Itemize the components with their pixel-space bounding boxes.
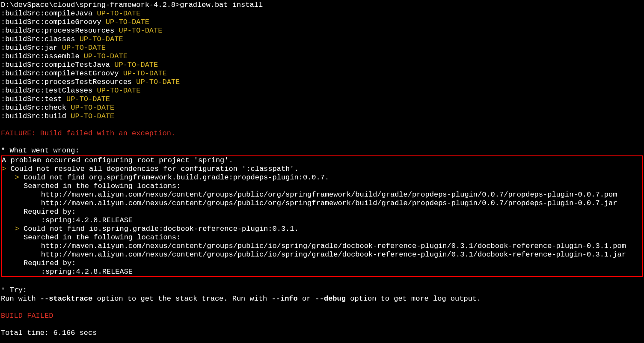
task-name: :buildSrc:jar — [1, 44, 62, 52]
task-line: :buildSrc:jar UP-TO-DATE — [1, 44, 643, 52]
task-status: UP-TO-DATE — [123, 69, 167, 78]
blank-line — [1, 121, 643, 129]
blank-line — [1, 320, 643, 329]
blank-line — [1, 138, 643, 146]
task-line: :buildSrc:assemble UP-TO-DATE — [1, 52, 643, 61]
task-status: UP-TO-DATE — [114, 61, 158, 69]
task-status: UP-TO-DATE — [71, 112, 114, 120]
task-name: :buildSrc:processTestResources — [1, 78, 136, 86]
blank-line — [1, 277, 643, 286]
task-line: :buildSrc:test UP-TO-DATE — [1, 95, 643, 104]
arrow-prefix: > — [2, 165, 10, 173]
what-went-wrong-header: * What went wrong: — [1, 146, 643, 155]
task-name: :buildSrc:compileTestJava — [1, 61, 114, 69]
try-option: --debug — [315, 295, 346, 303]
task-name: :buildSrc:build — [1, 112, 71, 120]
try-line: Run with --stacktrace option to get the … — [1, 295, 643, 303]
task-name: :buildSrc:compileJava — [1, 9, 97, 18]
task-line: :buildSrc:classes UP-TO-DATE — [1, 35, 643, 44]
task-name: :buildSrc:check — [1, 104, 71, 112]
error-line: Required by: — [2, 208, 642, 216]
try-text: option to get more log output. — [346, 295, 481, 303]
error-line: A problem occurred configuring root proj… — [2, 156, 642, 165]
try-header: * Try: — [1, 286, 643, 295]
error-line: :spring:4.2.8.RELEASE — [2, 216, 642, 225]
task-line: :buildSrc:compileGroovy UP-TO-DATE — [1, 18, 643, 27]
task-name: :buildSrc:classes — [1, 35, 80, 43]
task-line: :buildSrc:check UP-TO-DATE — [1, 104, 643, 112]
task-status: UP-TO-DATE — [136, 78, 180, 86]
blank-line — [1, 303, 643, 312]
task-line: :buildSrc:compileTestJava UP-TO-DATE — [1, 61, 643, 69]
task-status: UP-TO-DATE — [84, 52, 128, 60]
task-name: :buildSrc:processResources — [1, 27, 119, 35]
error-box: A problem occurred configuring root proj… — [1, 155, 643, 277]
arrow-prefix: > — [2, 173, 24, 182]
error-line: > Could not resolve all dependencies for… — [2, 165, 642, 173]
error-line: Searched in the following locations: — [2, 233, 642, 242]
total-time: Total time: 6.166 secs — [1, 329, 643, 337]
task-status: UP-TO-DATE — [97, 86, 140, 95]
try-text: Run with — [1, 295, 40, 303]
task-name: :buildSrc:assemble — [1, 52, 84, 60]
arrow-prefix: > — [2, 225, 24, 233]
error-line: > Could not find io.spring.gradle:docboo… — [2, 225, 642, 233]
task-status: UP-TO-DATE — [62, 44, 106, 52]
task-line: :buildSrc:compileTestGroovy UP-TO-DATE — [1, 69, 643, 78]
error-line: Searched in the following locations: — [2, 182, 642, 191]
error-line: http://maven.aliyun.com/nexus/content/gr… — [2, 191, 642, 199]
task-status: UP-TO-DATE — [97, 9, 140, 18]
failure-message: FAILURE: Build failed with an exception. — [1, 129, 643, 138]
error-line: > Could not find org.springframework.bui… — [2, 173, 642, 182]
task-status: UP-TO-DATE — [71, 104, 114, 112]
try-option: --info — [272, 295, 298, 303]
task-name: :buildSrc:compileGroovy — [1, 18, 106, 26]
task-name: :buildSrc:testClasses — [1, 86, 97, 95]
task-line: :buildSrc:processTestResources UP-TO-DAT… — [1, 78, 643, 86]
error-line: http://maven.aliyun.com/nexus/content/gr… — [2, 242, 642, 251]
error-text: Could not find io.spring.gradle:docbook-… — [24, 225, 299, 233]
error-line: :spring:4.2.8.RELEASE — [2, 268, 642, 276]
build-failed: BUILD FAILED — [1, 312, 643, 320]
task-line: :buildSrc:testClasses UP-TO-DATE — [1, 86, 643, 95]
task-line: :buildSrc:processResources UP-TO-DATE — [1, 27, 643, 35]
error-line: http://maven.aliyun.com/nexus/content/gr… — [2, 199, 642, 208]
error-text: Could not find org.springframework.build… — [24, 173, 329, 182]
try-text: or — [298, 295, 315, 303]
task-status: UP-TO-DATE — [66, 95, 110, 103]
try-option: --stacktrace — [40, 295, 92, 303]
task-status: UP-TO-DATE — [80, 35, 123, 43]
task-status: UP-TO-DATE — [106, 18, 149, 26]
terminal-output: D:\devSpace\cloud\spring-framework-4.2.8… — [1, 1, 643, 337]
task-line: :buildSrc:build UP-TO-DATE — [1, 112, 643, 121]
task-line: :buildSrc:compileJava UP-TO-DATE — [1, 9, 643, 18]
task-name: :buildSrc:compileTestGroovy — [1, 69, 123, 78]
try-text: option to get the stack trace. Run with — [92, 295, 271, 303]
task-status: UP-TO-DATE — [119, 27, 162, 35]
error-line: Required by: — [2, 259, 642, 268]
task-name: :buildSrc:test — [1, 95, 66, 103]
error-text: Could not resolve all dependencies for c… — [10, 165, 298, 173]
command-prompt: D:\devSpace\cloud\spring-framework-4.2.8… — [1, 1, 643, 9]
error-line: http://maven.aliyun.com/nexus/content/gr… — [2, 251, 642, 259]
